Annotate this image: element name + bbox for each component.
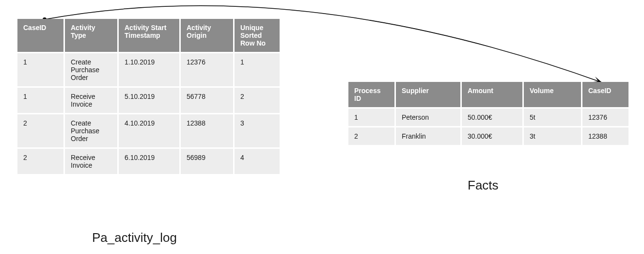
cell: Franklin <box>396 127 460 145</box>
table-row: 2 Franklin 30.000€ 3t 12388 <box>348 127 628 145</box>
cell: 1 <box>17 88 63 113</box>
cell: 3t <box>524 127 581 145</box>
pa-activity-log-table: CaseID Activity Type Activity Start Time… <box>16 17 281 175</box>
header-row: Process ID Supplier Amount Volume CaseID <box>348 82 628 107</box>
pa-activity-log-caption: Pa_activity_log <box>92 230 177 245</box>
cell: 12388 <box>582 127 628 145</box>
col-process-id: Process ID <box>348 82 394 107</box>
col-caseid: CaseID <box>17 19 63 52</box>
table-header: Process ID Supplier Amount Volume CaseID <box>348 82 628 107</box>
cell: Create Purchase Order <box>65 53 117 86</box>
table-header: CaseID Activity Type Activity Start Time… <box>17 19 280 52</box>
col-activity-type: Activity Type <box>65 19 117 52</box>
table-row: 1 Receive Invoice 5.10.2019 56778 2 <box>17 88 280 113</box>
cell: 12376 <box>582 109 628 126</box>
cell: Receive Invoice <box>65 88 117 113</box>
col-amount: Amount <box>462 82 522 107</box>
cell: 2 <box>348 127 394 145</box>
cell: 1 <box>17 53 63 86</box>
cell: 6.10.2019 <box>119 149 179 174</box>
col-unique-sorted-row-no: Unique Sorted Row No <box>235 19 280 52</box>
cell: 56989 <box>181 149 233 174</box>
table-body: 1 Peterson 50.000€ 5t 12376 2 Franklin 3… <box>348 109 628 145</box>
cell: 2 <box>17 149 63 174</box>
cell: 5.10.2019 <box>119 88 179 113</box>
cell: 2 <box>235 88 280 113</box>
col-supplier: Supplier <box>396 82 460 107</box>
header-row: CaseID Activity Type Activity Start Time… <box>17 19 280 52</box>
cell: 30.000€ <box>462 127 522 145</box>
table-row: 1 Peterson 50.000€ 5t 12376 <box>348 109 628 126</box>
cell: 1 <box>348 109 394 126</box>
cell: 1.10.2019 <box>119 53 179 86</box>
cell: Receive Invoice <box>65 149 117 174</box>
cell: 4 <box>235 149 280 174</box>
col-caseid: CaseID <box>582 82 628 107</box>
col-activity-start-timestamp: Activity Start Timestamp <box>119 19 179 52</box>
cell: 12388 <box>181 114 233 147</box>
table-row: 2 Receive Invoice 6.10.2019 56989 4 <box>17 149 280 174</box>
cell: 56778 <box>181 88 233 113</box>
cell: 3 <box>235 114 280 147</box>
cell: 2 <box>17 114 63 147</box>
table-row: 1 Create Purchase Order 1.10.2019 12376 … <box>17 53 280 86</box>
table-row: 2 Create Purchase Order 4.10.2019 12388 … <box>17 114 280 147</box>
cell: 50.000€ <box>462 109 522 126</box>
cell: Create Purchase Order <box>65 114 117 147</box>
facts-caption: Facts <box>468 178 499 193</box>
cell: 5t <box>524 109 581 126</box>
cell: 12376 <box>181 53 233 86</box>
cell: 4.10.2019 <box>119 114 179 147</box>
cell: Peterson <box>396 109 460 126</box>
diagram-container: CaseID Activity Type Activity Start Time… <box>0 0 644 254</box>
table-body: 1 Create Purchase Order 1.10.2019 12376 … <box>17 53 280 174</box>
facts-table: Process ID Supplier Amount Volume CaseID… <box>347 80 630 146</box>
col-activity-origin: Activity Origin <box>181 19 233 52</box>
col-volume: Volume <box>524 82 581 107</box>
cell: 1 <box>235 53 280 86</box>
